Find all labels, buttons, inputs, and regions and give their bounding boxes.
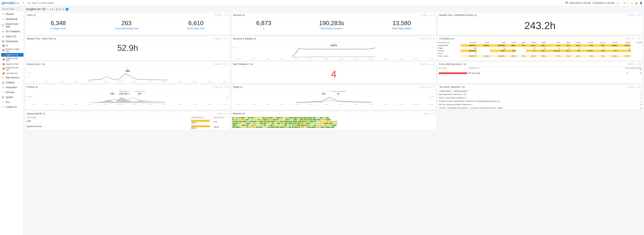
close-icon[interactable]: ✕ xyxy=(433,112,434,115)
gantt-segment[interactable] xyxy=(293,119,297,120)
gantt-segment[interactable] xyxy=(270,125,273,126)
zoom-icon[interactable]: ⌕ xyxy=(428,14,430,16)
friction-row[interactable]: Rages3921012621111110210 xyxy=(438,47,642,49)
gantt-segment[interactable] xyxy=(284,125,287,126)
bars-icon[interactable]: ⫿ xyxy=(218,37,219,40)
gantt-segment[interactable] xyxy=(293,123,294,124)
zoom-icon[interactable]: ⌕ xyxy=(222,37,224,40)
gantt-segment[interactable] xyxy=(251,117,253,119)
copy-icon[interactable]: ⧉ xyxy=(220,112,221,115)
gantt-segment[interactable] xyxy=(308,125,311,126)
gantt-segment[interactable] xyxy=(262,117,265,119)
bell-icon[interactable]: 🔔 xyxy=(635,2,638,4)
error-row[interactable]: We hit a snag 9 2 xyxy=(438,71,642,75)
window-icon[interactable]: ▭ xyxy=(224,112,226,115)
close-icon[interactable]: ✕ xyxy=(433,86,434,88)
gantt-segment[interactable] xyxy=(252,119,252,120)
gantt-segment[interactable] xyxy=(294,123,297,124)
gantt-segment[interactable] xyxy=(258,117,262,119)
bars-icon[interactable]: ⫿ xyxy=(630,37,631,40)
export-icon[interactable]: ⇱ xyxy=(426,63,428,65)
export-icon[interactable]: ⇱ xyxy=(220,86,221,88)
gantt-segment[interactable] xyxy=(313,119,317,120)
dashboard-item[interactable]: User Behavior xyxy=(1,71,24,75)
gantt-segment[interactable] xyxy=(286,119,289,120)
info-icon[interactable]: i xyxy=(36,86,38,88)
sidebar-item[interactable]: ◎Data Sources˅ xyxy=(0,75,24,80)
dashboard-item[interactable]: Insights for Dev Ops xyxy=(1,66,24,71)
gantt-segment[interactable] xyxy=(234,119,236,120)
gantt-segment[interactable] xyxy=(301,125,305,126)
copy-icon[interactable]: ⧉ xyxy=(424,14,425,16)
comment-icon[interactable]: 💬 xyxy=(59,8,62,10)
sidebar-item[interactable]: ●SLA Violations xyxy=(0,29,24,34)
gantt-segment[interactable] xyxy=(329,121,330,122)
copy-icon[interactable]: ⧉ xyxy=(216,63,217,65)
gantt-segment[interactable] xyxy=(301,126,304,128)
edit-icon[interactable]: ✎ xyxy=(421,14,423,16)
gantt-segment[interactable] xyxy=(292,121,297,122)
export-icon[interactable]: ⇱ xyxy=(632,37,634,40)
gantt-segment[interactable] xyxy=(259,121,264,122)
gantt-segment[interactable] xyxy=(310,123,314,124)
info-icon[interactable]: i xyxy=(43,63,45,65)
sessions-chart[interactable] xyxy=(233,47,435,58)
gantt-segment[interactable] xyxy=(266,121,270,122)
export-icon[interactable]: ⇱ xyxy=(220,63,221,65)
calendar-small-icon[interactable]: ▦ xyxy=(56,8,58,10)
no-result-row[interactable]: New Opportunity | Salesforce > 204 xyxy=(438,93,642,96)
frictions-table[interactable]: KPI (DAILY) ⇵TOTAL2/12/22/32/42/52/62/72… xyxy=(438,41,642,57)
rages-chart[interactable] xyxy=(233,96,435,103)
gantt-segment[interactable] xyxy=(234,117,238,119)
gantt-segment[interactable] xyxy=(253,121,256,122)
gantt-segment[interactable] xyxy=(254,125,257,126)
fullscreen-icon[interactable]: ⛶ xyxy=(627,2,630,4)
info-icon[interactable]: i xyxy=(463,86,465,88)
gantt-segment[interactable] xyxy=(232,117,234,119)
sidebar-item[interactable]: ▪Doc xyxy=(0,100,24,105)
gantt-segment[interactable] xyxy=(245,117,248,119)
info-icon[interactable]: i xyxy=(254,38,256,40)
copy-icon[interactable]: ⧉ xyxy=(50,8,51,10)
info-icon[interactable]: i xyxy=(251,63,253,65)
gantt-segment[interactable] xyxy=(334,121,337,122)
gantt-segment[interactable] xyxy=(304,119,306,120)
gantt-segment[interactable] xyxy=(239,121,242,122)
gantt-segment[interactable] xyxy=(266,117,267,119)
gantt-segment[interactable] xyxy=(303,117,307,119)
gantt-segment[interactable] xyxy=(235,126,240,128)
gantt-segment[interactable] xyxy=(238,119,241,120)
gantt-segment[interactable] xyxy=(284,117,288,119)
export-icon[interactable]: ⇱ xyxy=(632,63,634,65)
window-icon[interactable]: ▭ xyxy=(637,37,638,40)
gantt-segment[interactable] xyxy=(290,119,293,120)
gantt-segment[interactable] xyxy=(267,123,271,124)
gantt-segment[interactable] xyxy=(250,121,253,122)
gantt-segment[interactable] xyxy=(257,121,259,122)
window-icon[interactable]: ▭ xyxy=(430,112,432,115)
gantt-segment[interactable] xyxy=(273,117,276,119)
export-icon[interactable]: ⇱ xyxy=(220,14,221,16)
gantt-segment[interactable] xyxy=(242,123,246,124)
gantt-segment[interactable] xyxy=(299,126,300,128)
window-icon[interactable]: ▭ xyxy=(224,37,226,40)
gantt-segment[interactable] xyxy=(264,121,266,122)
gantt-segment[interactable] xyxy=(294,126,298,128)
copy-icon[interactable]: ⧉ xyxy=(216,37,217,40)
gantt-segment[interactable] xyxy=(240,126,242,128)
gantt-segment[interactable] xyxy=(252,126,256,128)
gantt-segment[interactable] xyxy=(270,126,275,128)
gantt-segment[interactable] xyxy=(232,119,234,120)
edit-icon[interactable]: ✎ xyxy=(419,37,421,40)
window-icon[interactable]: ▭ xyxy=(224,86,226,88)
gantt-segment[interactable] xyxy=(246,119,248,120)
copy-icon[interactable]: ⧉ xyxy=(422,37,423,40)
gantt-segment[interactable] xyxy=(333,123,338,124)
info-icon[interactable]: i xyxy=(34,14,36,16)
user-icon[interactable]: 👤 xyxy=(640,2,642,4)
zoom-icon[interactable]: ⌕ xyxy=(428,86,430,88)
sidebar-item[interactable]: ⚇Operational xyxy=(0,17,24,21)
sidebar-item[interactable]: ⚙Automation˅ xyxy=(0,85,24,90)
export-icon[interactable]: ⇱ xyxy=(220,37,221,40)
gantt-segment[interactable] xyxy=(300,119,304,120)
